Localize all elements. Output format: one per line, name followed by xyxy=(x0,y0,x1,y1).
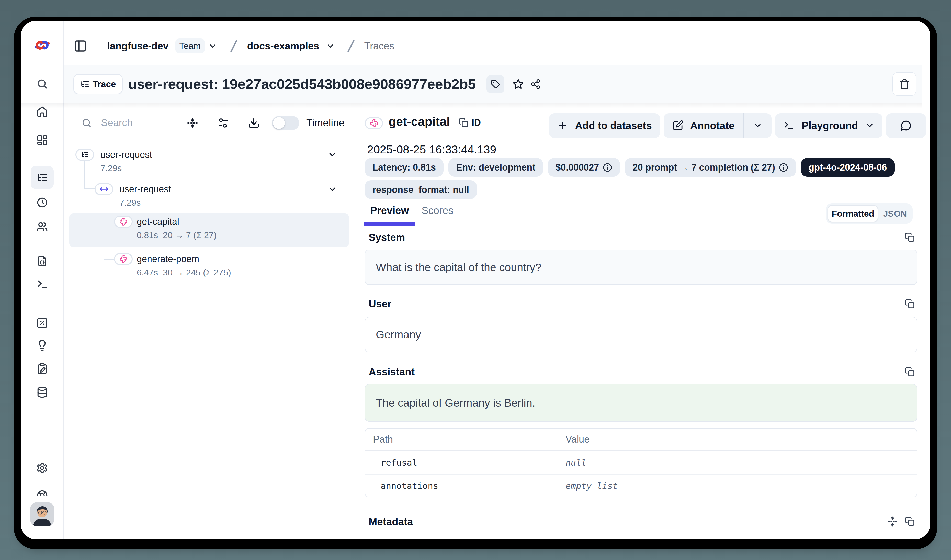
tab-active-underline xyxy=(364,223,415,226)
annotate-label: Annotate xyxy=(690,120,734,131)
org-type-badge: Team xyxy=(175,38,205,54)
list-tree-icon xyxy=(81,151,89,158)
cost-badge[interactable]: $0.000027 xyxy=(548,158,620,177)
sidebar-item-datasets[interactable] xyxy=(21,386,63,398)
playground-button[interactable]: Playground xyxy=(775,113,882,138)
sidebar-item-support[interactable] xyxy=(36,490,48,496)
collapse-node-chevron[interactable] xyxy=(328,185,337,194)
view-format-toggle: Formatted JSON xyxy=(826,203,913,224)
observation-actions: Add to datasets Annotate Playground xyxy=(549,113,926,138)
panel-divider xyxy=(356,103,356,539)
users-icon xyxy=(36,221,48,233)
plus-icon xyxy=(557,120,568,131)
tab-preview[interactable]: Preview xyxy=(364,204,415,217)
timeline-toggle[interactable] xyxy=(272,116,299,130)
sidebar-item-search[interactable] xyxy=(21,78,63,90)
tag-button[interactable] xyxy=(486,75,505,93)
assistant-message-text: The capital of Germany is Berlin. xyxy=(376,397,536,409)
copy-icon[interactable] xyxy=(905,298,915,309)
generation-icon xyxy=(119,218,128,226)
add-to-datasets-button[interactable]: Add to datasets xyxy=(549,113,660,138)
sidebar-item-dashboards[interactable] xyxy=(21,134,63,146)
panel-left-icon[interactable] xyxy=(74,39,87,53)
fold-vertical-icon[interactable] xyxy=(187,117,199,129)
model-badge[interactable]: gpt-4o-2024-08-06 xyxy=(801,158,894,177)
model-badge-label: gpt-4o-2024-08-06 xyxy=(809,162,887,173)
sidebar-item-users[interactable] xyxy=(21,221,63,233)
latency-badge: Latency: 0.81s xyxy=(365,158,443,177)
move-horizontal-icon xyxy=(100,185,108,194)
breadcrumb-org[interactable]: langfuse-dev xyxy=(107,40,169,52)
output-table-value-header: Value xyxy=(565,434,589,445)
tree-node-metrics: 0.81s 20 → 7 (Σ 27) xyxy=(137,230,217,240)
output-table-row: refusal null xyxy=(365,451,917,475)
tab-scores[interactable]: Scores xyxy=(422,204,454,217)
response-format-badge-label: response_format: null xyxy=(372,185,469,195)
sidebar-item-prompts[interactable] xyxy=(21,255,63,267)
tree-node-generation-icon-box[interactable] xyxy=(114,253,133,265)
view-formatted-option[interactable]: Formatted xyxy=(828,205,878,222)
chevron-down-icon[interactable] xyxy=(208,42,217,50)
view-json-option[interactable]: JSON xyxy=(879,206,911,222)
langfuse-logo-icon xyxy=(35,39,49,51)
share-button[interactable] xyxy=(528,77,543,92)
assistant-message-box: The capital of Germany is Berlin. xyxy=(365,384,917,422)
tree-node-label[interactable]: user-request xyxy=(100,149,152,161)
file-code-icon xyxy=(36,255,48,267)
sidebar-item-tracing[interactable] xyxy=(21,172,63,183)
square-percent-icon xyxy=(36,317,48,329)
chevron-down-icon xyxy=(753,121,762,130)
trace-header-row: Trace user-request: 19e27ac025d543b008e9… xyxy=(64,65,922,103)
sidebar-item-evaluation[interactable] xyxy=(21,317,63,329)
tree-node-generation-icon-box[interactable] xyxy=(114,215,133,228)
tree-node-trace-icon-box[interactable] xyxy=(75,149,94,161)
sidebar-item-insights[interactable] xyxy=(21,340,63,351)
output-table-header: Path Value xyxy=(365,429,917,451)
collapse-node-chevron[interactable] xyxy=(328,150,337,160)
copy-icon[interactable] xyxy=(905,516,915,526)
breadcrumb-project[interactable]: docs-examples xyxy=(247,40,319,52)
copy-id-icon[interactable] xyxy=(459,118,469,128)
trace-title: user-request: 19e27ac025d543b008e9086977… xyxy=(128,76,476,92)
latency-badge-label: Latency: 0.81s xyxy=(372,162,436,173)
observation-id-label[interactable]: ID xyxy=(472,117,481,128)
download-icon[interactable] xyxy=(248,117,260,129)
avatar[interactable] xyxy=(30,502,54,526)
annotate-dropdown-button[interactable] xyxy=(744,113,771,138)
unfold-vertical-icon[interactable] xyxy=(887,516,898,527)
filters-icon[interactable] xyxy=(217,117,229,129)
tree-node-span-icon-box[interactable] xyxy=(95,183,113,195)
sidebar-item-playground[interactable] xyxy=(21,278,63,290)
sidebar-item-settings[interactable] xyxy=(21,462,63,474)
tree-node-label[interactable]: generate-poem xyxy=(137,253,199,265)
chevron-down-icon xyxy=(865,121,874,130)
tree-search-input[interactable]: Search xyxy=(101,117,133,128)
comments-button[interactable] xyxy=(886,113,926,138)
tree-node-duration: 7.29s xyxy=(119,197,141,208)
star-button[interactable] xyxy=(511,77,526,92)
delete-trace-button[interactable] xyxy=(893,72,917,96)
sidebar-item-sessions[interactable] xyxy=(21,197,63,208)
gear-icon xyxy=(36,462,48,474)
breadcrumb-slash-icon xyxy=(228,39,240,53)
avatar-image xyxy=(30,502,54,526)
observation-badges-row2: response_format: null xyxy=(365,180,477,199)
tokens-badge[interactable]: 20 prompt → 7 completion (Σ 27) xyxy=(625,158,796,177)
annotate-button[interactable]: Annotate xyxy=(664,113,743,138)
copy-icon[interactable] xyxy=(905,367,915,377)
chevron-down-icon[interactable] xyxy=(326,42,335,50)
message-circle-icon xyxy=(900,120,912,131)
copy-icon[interactable] xyxy=(905,232,915,242)
trace-badge-label: Trace xyxy=(92,79,116,89)
sidebar-item-annotation[interactable] xyxy=(21,363,63,375)
observation-type-icon-box xyxy=(365,117,383,129)
tree-node-label[interactable]: user-request xyxy=(119,183,171,195)
response-format-badge: response_format: null xyxy=(365,180,477,199)
trash-icon xyxy=(899,79,910,89)
tree-node-label[interactable]: get-capital xyxy=(137,216,179,228)
top-navigation: langfuse-dev Team docs-examples Traces xyxy=(63,21,922,65)
output-table-row: annotations empty list xyxy=(365,475,917,497)
breadcrumb-slash-icon xyxy=(345,39,357,53)
tokens-badge-label: 20 prompt → 7 completion (Σ 27) xyxy=(632,162,775,173)
breadcrumb-page[interactable]: Traces xyxy=(364,40,394,52)
